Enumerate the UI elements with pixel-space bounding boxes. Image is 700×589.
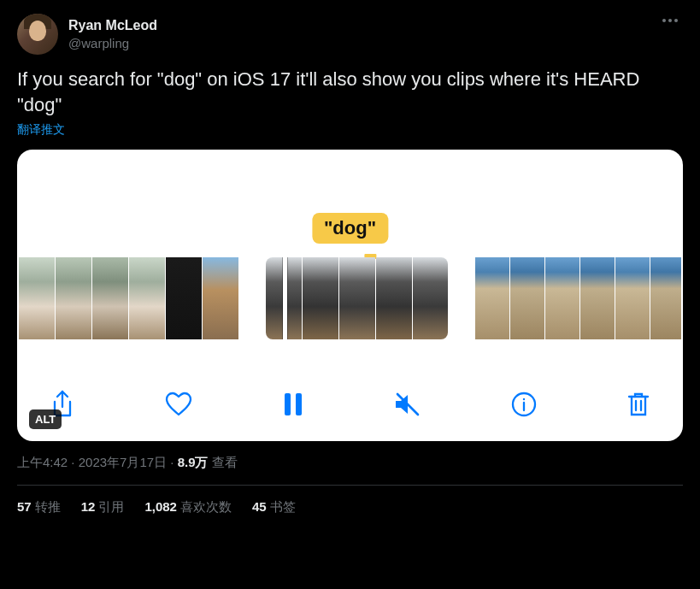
stats-row: 57转推 12引用 1,082喜欢次数 45书签 (17, 499, 683, 515)
timeline-thumb[interactable] (303, 257, 338, 339)
display-name[interactable]: Ryan McLeod (68, 17, 157, 35)
likes-stat[interactable]: 1,082喜欢次数 (144, 499, 232, 515)
playhead[interactable] (283, 257, 287, 339)
search-term-bubble: "dog" (312, 213, 388, 244)
tweet-meta: 上午4:42 · 2023年7月17日 · 8.9万 查看 (17, 455, 683, 486)
timeline-thumb[interactable] (413, 257, 448, 339)
trash-icon[interactable] (626, 391, 650, 418)
timeline-thumb[interactable] (129, 257, 165, 339)
media-card[interactable]: "dog" (17, 150, 683, 441)
mute-icon[interactable] (392, 392, 421, 417)
user-meta: Ryan McLeod @warpling (68, 17, 157, 51)
retweets-stat[interactable]: 57转推 (17, 499, 61, 515)
svg-point-4 (523, 398, 525, 400)
heart-icon[interactable] (164, 392, 193, 417)
timeline-thumb[interactable] (580, 257, 615, 339)
info-icon[interactable] (510, 391, 538, 418)
timeline-thumb[interactable] (166, 257, 202, 339)
translate-link[interactable]: 翻译推文 (17, 122, 65, 138)
tweet-container: Ryan McLeod @warpling If you search for … (0, 0, 700, 529)
clip-group-2[interactable] (266, 257, 448, 339)
quotes-stat[interactable]: 12引用 (81, 499, 125, 515)
avatar[interactable] (17, 14, 58, 55)
pause-icon[interactable] (282, 392, 304, 417)
tweet-date[interactable]: 2023年7月17日 (79, 455, 167, 469)
tweet-text: If you search for "dog" on iOS 17 it'll … (17, 67, 683, 117)
clip-group-3[interactable] (475, 257, 681, 339)
timeline-thumb[interactable] (650, 257, 681, 339)
timeline-thumb[interactable] (92, 257, 128, 339)
bookmarks-stat[interactable]: 45书签 (252, 499, 296, 515)
media-toolbar (17, 390, 683, 419)
timeline-thumb[interactable] (19, 257, 55, 339)
svg-rect-0 (285, 393, 291, 415)
tweet-header: Ryan McLeod @warpling (17, 14, 683, 55)
search-bubble-wrap: "dog" (312, 213, 388, 259)
timeline-thumb[interactable] (615, 257, 650, 339)
timeline-thumb[interactable] (56, 257, 91, 339)
more-icon[interactable] (657, 14, 683, 27)
timeline-thumb[interactable] (510, 257, 544, 339)
alt-badge[interactable]: ALT (29, 409, 62, 429)
tweet-time[interactable]: 上午4:42 (17, 455, 68, 469)
timeline-thumb[interactable] (475, 257, 509, 339)
views-count[interactable]: 8.9万 (178, 455, 209, 469)
timeline-thumb[interactable] (376, 257, 412, 339)
user-row[interactable]: Ryan McLeod @warpling (17, 14, 157, 55)
svg-rect-1 (296, 393, 302, 415)
clip-group-1[interactable] (19, 257, 238, 339)
views-label: 查看 (209, 455, 238, 469)
timeline-thumb[interactable] (545, 257, 579, 339)
video-timeline[interactable] (17, 257, 683, 339)
timeline-thumb[interactable] (203, 257, 238, 339)
timeline-thumb[interactable] (339, 257, 375, 339)
user-handle[interactable]: @warpling (68, 35, 157, 52)
